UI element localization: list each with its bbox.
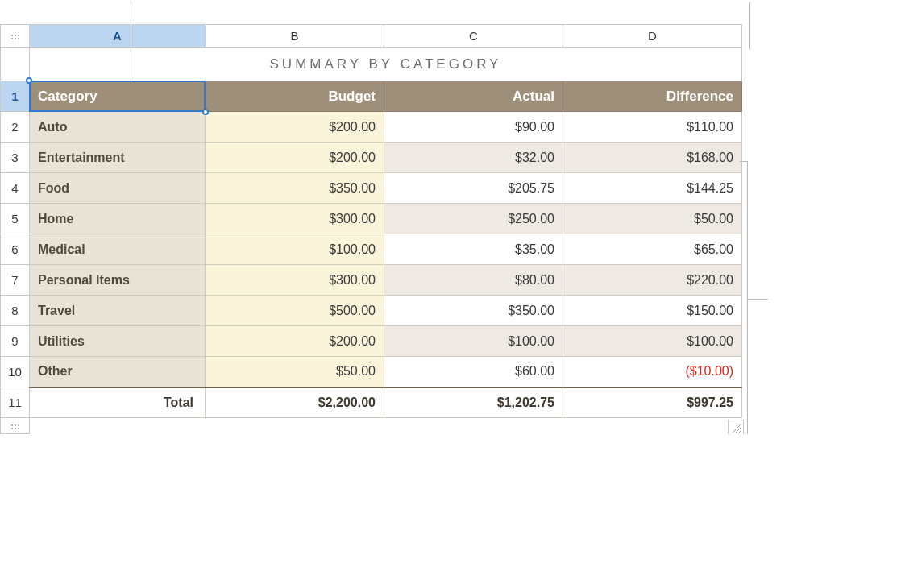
cell-C5[interactable]: $250.00 [384, 204, 563, 234]
cell-B5[interactable]: $300.00 [206, 204, 384, 234]
column-header-C[interactable]: C [384, 25, 563, 48]
row-header-10[interactable]: 10 [1, 357, 30, 387]
table-title-row: SUMMARY BY CATEGORY [1, 48, 742, 81]
cell-D6[interactable]: $65.00 [563, 234, 742, 265]
cell-D4[interactable]: $144.25 [563, 173, 742, 204]
cell-C6[interactable]: $35.00 [384, 234, 563, 265]
cell-C1[interactable]: Actual [384, 81, 563, 112]
table-row: 8Travel$500.00$350.00$150.00 [1, 296, 742, 326]
table-row: 3Entertainment$200.00$32.00$168.00 [1, 143, 742, 173]
cell-D11[interactable]: $997.25 [563, 387, 742, 418]
cell-A2[interactable]: Auto [30, 112, 206, 143]
cell-B7[interactable]: $300.00 [206, 265, 384, 296]
cell-A3[interactable]: Entertainment [30, 143, 206, 173]
drag-handle-icon [11, 35, 19, 39]
row-header-11[interactable]: 11 [1, 387, 30, 418]
table-row: 9Utilities$200.00$100.00$100.00 [1, 326, 742, 357]
cell-B2[interactable]: $200.00 [206, 112, 384, 143]
cell-C10[interactable]: $60.00 [384, 357, 563, 387]
callout-line [749, 2, 750, 50]
resize-corner-icon [732, 424, 741, 433]
cell-A11[interactable]: Total [30, 387, 206, 418]
selection-handle[interactable] [26, 77, 32, 84]
cell-B6[interactable]: $100.00 [206, 234, 384, 265]
row-header-2[interactable]: 2 [1, 112, 30, 143]
column-header-B[interactable]: B [206, 25, 384, 48]
cell-D1[interactable]: Difference [563, 81, 742, 112]
cell-B4[interactable]: $350.00 [206, 173, 384, 204]
column-header-D[interactable]: D [563, 25, 742, 48]
cell-B8[interactable]: $500.00 [206, 296, 384, 326]
table-footer-row: 11 Total $2,200.00 $1,202.75 $997.25 [1, 387, 742, 418]
cell-A10[interactable]: Other [30, 357, 206, 387]
column-header-A[interactable]: A [30, 25, 206, 48]
cell-A9[interactable]: Utilities [30, 326, 206, 357]
cell-B9[interactable]: $200.00 [206, 326, 384, 357]
cell-C9[interactable]: $100.00 [384, 326, 563, 357]
cell-C3[interactable]: $32.00 [384, 143, 563, 173]
cell-A1[interactable]: Category [30, 81, 206, 112]
add-row-handle[interactable] [1, 418, 30, 434]
row-header-8[interactable]: 8 [1, 296, 30, 326]
cell-C8[interactable]: $350.00 [384, 296, 563, 326]
cell-B11[interactable]: $2,200.00 [206, 387, 384, 418]
cell-B1[interactable]: Budget [206, 81, 384, 112]
cell-D8[interactable]: $150.00 [563, 296, 742, 326]
cell-A6[interactable]: Medical [30, 234, 206, 265]
row-header-4[interactable]: 4 [1, 173, 30, 204]
callout-line [131, 2, 131, 85]
row-header-9[interactable]: 9 [1, 326, 30, 357]
add-row-bar [1, 418, 742, 434]
cell-D2[interactable]: $110.00 [563, 112, 742, 143]
cell-D3[interactable]: $168.00 [563, 143, 742, 173]
cell-D7[interactable]: $220.00 [563, 265, 742, 296]
table-title[interactable]: SUMMARY BY CATEGORY [30, 48, 742, 81]
table-corner-handle[interactable] [1, 25, 30, 48]
cell-C11[interactable]: $1,202.75 [384, 387, 563, 418]
row-header-1[interactable]: 1 [1, 81, 30, 112]
cell-B10[interactable]: $50.00 [206, 357, 384, 387]
cell-C7[interactable]: $80.00 [384, 265, 563, 296]
table-row: 10Other$50.00$60.00($10.00) [1, 357, 742, 387]
row-header-6[interactable]: 6 [1, 234, 30, 265]
cell-A4[interactable]: Food [30, 173, 206, 204]
table-row: 4Food$350.00$205.75$144.25 [1, 173, 742, 204]
table-row: 2Auto$200.00$90.00$110.00 [1, 112, 742, 143]
drag-handle-icon [11, 424, 19, 429]
row-header-5[interactable]: 5 [1, 204, 30, 234]
row-header-3[interactable]: 3 [1, 143, 30, 173]
cell-D5[interactable]: $50.00 [563, 204, 742, 234]
cell-B3[interactable]: $200.00 [206, 143, 384, 173]
cell-C4[interactable]: $205.75 [384, 173, 563, 204]
column-header-row: A B C D [1, 25, 742, 48]
cell-C2[interactable]: $90.00 [384, 112, 563, 143]
table-row: 7Personal Items$300.00$80.00$220.00 [1, 265, 742, 296]
callout-bracket [740, 161, 748, 434]
cell-A7[interactable]: Personal Items [30, 265, 206, 296]
cell-D9[interactable]: $100.00 [563, 326, 742, 357]
selection-handle[interactable] [202, 109, 209, 115]
table-header-row: 1 Category Budget Actual Difference [1, 81, 742, 112]
row-header-7[interactable]: 7 [1, 265, 30, 296]
table-row: 6Medical$100.00$35.00$65.00 [1, 234, 742, 265]
header-category-label: Category [38, 89, 98, 104]
cell-A8[interactable]: Travel [30, 296, 206, 326]
row-header-blank[interactable] [1, 48, 30, 81]
cell-A5[interactable]: Home [30, 204, 206, 234]
table-row: 5Home$300.00$250.00$50.00 [1, 204, 742, 234]
cell-D10[interactable]: ($10.00) [563, 357, 742, 387]
spreadsheet-table: A B C D SUMMARY BY CATEGORY 1 Category B… [0, 24, 741, 434]
table-resize-handle[interactable] [728, 420, 744, 435]
